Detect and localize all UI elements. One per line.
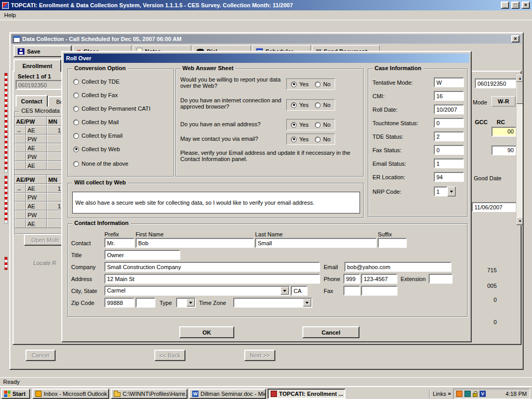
time-zone-dropdown-button[interactable] [303, 299, 311, 307]
minimize-button[interactable]: _ [501, 2, 509, 9]
radio-collect-web[interactable]: Collect by Web [73, 146, 120, 152]
suffix-field[interactable] [378, 238, 407, 248]
scroll-up-button[interactable]: ▲ [516, 74, 524, 82]
phone-area-field[interactable] [343, 274, 360, 284]
good-date-field[interactable] [472, 202, 517, 212]
radio-yes[interactable]: Yes [291, 122, 309, 128]
menu-help[interactable]: Help [0, 12, 20, 18]
links-toolbar-label[interactable]: Links [433, 391, 446, 397]
question-internet-browser: Do you have an internet connection and a… [180, 97, 283, 110]
wizard-back-button[interactable]: << Back [154, 350, 185, 361]
nrp-code-field[interactable] [434, 187, 447, 196]
vertical-scrollbar[interactable]: ▲ ▼ [516, 74, 524, 225]
wizard-next-button[interactable]: Next >> [244, 350, 275, 361]
scroll-down-button[interactable]: ▼ [516, 217, 524, 225]
ces-microdata-label: CES Microdata [19, 108, 62, 114]
gcc-value-cell[interactable]: 00 [491, 127, 516, 137]
taskbar-item-explorer[interactable]: C:\WINNT\Profiles\Harre... [111, 389, 188, 399]
address-field[interactable] [104, 274, 320, 284]
taskbar-item-outlook[interactable]: Inbox - Microsoft Outlook [32, 389, 109, 399]
case-id-field-right[interactable] [475, 78, 522, 88]
roll-date-field[interactable] [434, 104, 464, 114]
grid-row[interactable]: → AE 1 [15, 126, 62, 135]
ok-button[interactable]: OK [179, 326, 234, 338]
radio-yes[interactable]: Yes [291, 136, 309, 142]
grid-row[interactable]: AE [15, 161, 62, 170]
grid-row[interactable]: PW [15, 152, 62, 161]
time-zone-combo[interactable] [233, 298, 312, 308]
grid-cell-type: AE [26, 161, 47, 170]
email-field[interactable] [344, 262, 451, 272]
company-field[interactable] [104, 262, 320, 272]
first-name-field[interactable] [136, 238, 254, 248]
radio-collect-fax[interactable]: Collect by Fax [73, 92, 118, 98]
tab-enrollment[interactable]: Enrollment [14, 59, 61, 72]
city-combo[interactable]: Carmel [104, 286, 290, 296]
links-chevron-icon[interactable]: » [448, 390, 451, 396]
tray-antivirus-icon[interactable]: V [480, 391, 486, 397]
grid-row[interactable]: PW [15, 135, 62, 143]
email-status-field[interactable] [434, 158, 464, 168]
taskbar-item-topcati[interactable]: TOPCATI: Enrollment ... [268, 389, 345, 399]
zip-code-field[interactable] [104, 298, 135, 308]
grid-cell-type: PW [26, 210, 47, 219]
grid-row[interactable]: PW [15, 210, 62, 219]
maximize-button[interactable]: □ [511, 2, 520, 9]
radio-no[interactable]: No [315, 102, 330, 108]
wizard-cancel-button[interactable]: Cancel [25, 350, 56, 361]
grid-row[interactable]: PW [15, 193, 62, 202]
tray-lock-icon[interactable] [473, 393, 477, 397]
radio-collect-tde[interactable]: Collect by TDE [73, 78, 119, 85]
last-name-field[interactable] [255, 238, 377, 248]
close-button[interactable]: × [522, 2, 530, 9]
phone-number-field[interactable] [361, 274, 397, 284]
scroll-thumb[interactable] [516, 82, 524, 104]
clock[interactable]: 4:18 PM [506, 391, 527, 397]
tde-status-field[interactable] [434, 131, 464, 141]
row-selector-arrow [15, 210, 26, 219]
cmi-field[interactable] [434, 91, 464, 101]
tab-contact[interactable]: Contact [16, 95, 48, 107]
nrp-dropdown-button[interactable] [447, 187, 456, 196]
city-dropdown-button[interactable] [281, 287, 289, 295]
grid-row[interactable]: AE 1 [15, 202, 62, 210]
radio-no[interactable]: No [315, 81, 330, 87]
fax-area-field[interactable] [343, 286, 360, 296]
fax-status-field[interactable] [434, 145, 464, 155]
child-close-button[interactable]: × [511, 35, 520, 43]
verify-email-note: Please, verify your Email address and up… [180, 150, 357, 162]
prefix-field[interactable] [104, 238, 135, 248]
radio-no[interactable]: No [315, 122, 330, 128]
open-multi-button[interactable]: Open Multi [24, 234, 66, 246]
radio-collect-email[interactable]: Collect by Email [73, 132, 123, 139]
state-field[interactable] [291, 286, 308, 296]
tray-network-icon[interactable] [464, 391, 471, 397]
radio-yes[interactable]: Yes [291, 102, 309, 108]
grid-row[interactable]: → AE 1 [15, 184, 62, 193]
start-button[interactable]: Start [1, 389, 30, 399]
row-selector-arrow: → [15, 126, 26, 135]
zip-plus-field[interactable] [136, 298, 155, 308]
type-combo[interactable] [176, 298, 196, 308]
radio-collect-mail[interactable]: Collect by Mail [73, 119, 119, 125]
tray-messenger-icon[interactable] [456, 391, 462, 397]
radio-no[interactable]: No [315, 136, 330, 142]
radio-icon [291, 82, 297, 87]
cancel-button[interactable]: Cancel [302, 326, 360, 338]
type-dropdown-button[interactable] [187, 299, 195, 307]
extension-field[interactable] [429, 274, 453, 284]
case-id-field-left[interactable] [16, 80, 63, 90]
grid-row[interactable]: AE [15, 143, 62, 152]
radio-none-of-the-above[interactable]: None of the above [73, 161, 128, 167]
tentative-mode-field[interactable] [434, 77, 464, 87]
title-field[interactable] [104, 250, 180, 260]
radio-yes[interactable]: Yes [291, 81, 309, 87]
grid-row[interactable]: AE [15, 219, 62, 228]
radio-collect-permanent-cati[interactable]: Collect by Permanent CATI [73, 105, 150, 112]
er-location-field[interactable] [434, 172, 464, 182]
row-selector-arrow [15, 219, 26, 228]
touchtone-status-field[interactable] [434, 118, 464, 128]
rc-value-cell[interactable]: 90 [491, 145, 516, 155]
fax-number-field[interactable] [361, 286, 397, 296]
taskbar-item-word[interactable]: W Dillman Seminar.doc - Mic... [189, 389, 266, 399]
